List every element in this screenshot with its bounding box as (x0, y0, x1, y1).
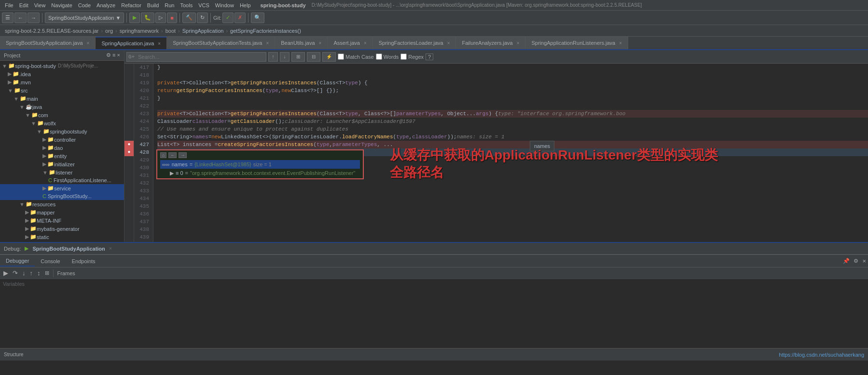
menu-window[interactable]: Window (212, 2, 237, 8)
match-case-label[interactable]: Match Case (338, 54, 374, 60)
breadcrumb-org[interactable]: org (104, 28, 114, 34)
debug-frames-btn[interactable]: Frames (56, 270, 77, 276)
search-button[interactable]: 🔍 (251, 13, 264, 23)
tree-mvn[interactable]: ▶ 📁 .mvn (0, 78, 124, 86)
tree-initializer[interactable]: ▶ 📁 initializer (0, 160, 124, 168)
tab-springbootstudyapp[interactable]: SpringBootStudyApplication.java × (0, 37, 96, 49)
debug-step-into-btn[interactable]: ↓ (21, 269, 27, 277)
var-expand-names[interactable]: ∞∞ (162, 161, 170, 168)
search-highlight-btn[interactable]: ⚡ (322, 52, 336, 62)
words-label[interactable]: Words (376, 54, 399, 60)
debug-panel-pin[interactable]: 📌 (841, 256, 852, 266)
menu-code[interactable]: Code (75, 2, 94, 8)
tree-static[interactable]: ▶ 📁 static (0, 233, 124, 241)
menu-navigate[interactable]: Navigate (48, 2, 75, 8)
tree-idea[interactable]: ▶ 📁 .idea (0, 70, 124, 78)
menu-refactor[interactable]: Refactor (118, 2, 144, 8)
menu-view[interactable]: View (31, 2, 49, 8)
menu-build[interactable]: Build (144, 2, 162, 8)
tree-dao[interactable]: ▶ 📁 dao (0, 144, 124, 152)
tab-springfactoriesloader-close[interactable]: × (447, 40, 450, 46)
git-x-btn[interactable]: ✗ (234, 13, 246, 23)
words-checkbox[interactable] (376, 54, 382, 60)
stop-button[interactable]: ■ (167, 13, 177, 23)
tree-firstapplication[interactable]: C FirstApplicationListene... (0, 176, 124, 184)
debug-button[interactable]: 🐛 (141, 13, 154, 23)
var-row-names[interactable]: ∞∞ names = {LinkedHashSet@1985} size = 1 (160, 160, 360, 169)
tab-failureanalyzers-close[interactable]: × (517, 40, 520, 46)
tree-com[interactable]: ▼ 📁 com (0, 111, 124, 119)
run-button[interactable]: ▶ (129, 13, 140, 23)
breadcrumb-class[interactable]: SpringApplication (181, 28, 225, 34)
tree-main[interactable]: ▼ 📁 main (0, 94, 124, 103)
breadcrumb-springframework[interactable]: springframework (119, 28, 160, 34)
var-row-0[interactable]: ▶ ≡ 0 = "org.springframework.boot.contex… (160, 169, 360, 177)
build-button[interactable]: 🔨 (182, 13, 196, 23)
tree-service[interactable]: ▶ 📁 service (0, 184, 124, 192)
tree-resources[interactable]: ▼ 📁 resources (0, 200, 124, 208)
tree-controller[interactable]: ▶ 📁 controller (0, 135, 124, 144)
breadcrumb-method[interactable]: getSpringFactoriesInstances() (229, 28, 302, 34)
breadcrumb-jar[interactable]: spring-boot-2.2.5.RELEASE-sources.jar (4, 28, 99, 34)
tab-springbootstudyapp-close[interactable]: × (87, 40, 90, 46)
var-expand-0[interactable]: ▶ (170, 169, 174, 177)
coverage-button[interactable]: ▷ (155, 13, 166, 23)
debug-session-close[interactable]: × (109, 246, 112, 252)
menu-vcs[interactable]: VCS (195, 2, 212, 8)
debug-var-home[interactable]: ⌂ (160, 152, 166, 158)
tree-java[interactable]: ▼ ☕ java (0, 103, 124, 111)
tab-assert[interactable]: Assert.java × (328, 37, 372, 49)
match-case-checkbox[interactable] (338, 54, 344, 60)
search-prev-btn[interactable]: ↑ (268, 52, 278, 62)
menu-tools[interactable]: Tools (177, 2, 195, 8)
tab-springapprunlisteners[interactable]: SpringApplicationRunListeners.java × (525, 37, 628, 49)
debug-panel-close[interactable]: × (860, 255, 868, 267)
tree-root[interactable]: ▼ 📁 spring-boot-study D:\MyStudyProje... (0, 62, 124, 70)
tree-metainf[interactable]: ▶ 📁 META-INF (0, 216, 124, 225)
search-funnel-btn[interactable]: ⊟ (307, 52, 320, 62)
menu-file[interactable]: File (2, 2, 16, 8)
tree-mapper[interactable]: ▶ 📁 mapper (0, 208, 124, 216)
tree-entity[interactable]: ▶ 📁 entity (0, 152, 124, 160)
toolbar-back-btn[interactable]: ← (14, 13, 27, 23)
tab-springboottest[interactable]: SpringBootStudyApplicationTests.java × (167, 37, 275, 49)
debug-resume-btn[interactable]: ▶ (2, 269, 10, 277)
debug-var-back[interactable]: ← (168, 152, 177, 158)
toolbar-forward-btn[interactable]: → (28, 13, 40, 23)
tab-springfactoriesloader[interactable]: SpringFactoriesLoader.java × (373, 37, 456, 49)
sync-button[interactable]: ↻ (197, 13, 208, 23)
tab-assert-close[interactable]: × (364, 40, 367, 46)
debug-tab-endpoints[interactable]: Endpoints (66, 256, 101, 266)
git-check-btn[interactable]: ✓ (222, 13, 234, 23)
debug-step-over-btn[interactable]: ↷ (11, 269, 19, 277)
search-input[interactable] (136, 54, 262, 60)
debug-tab-console[interactable]: Console (35, 256, 66, 266)
debug-run-cursor-btn[interactable]: ↕ (36, 269, 42, 277)
tab-springapplication-close[interactable]: × (158, 41, 161, 46)
tree-mybatis[interactable]: ▶ 📁 mybatis-generator (0, 225, 124, 233)
toolbar-menu-btn[interactable]: ☰ (2, 13, 14, 23)
tree-src[interactable]: ▼ 📁 src (0, 86, 124, 94)
tab-springapprunlisteners-close[interactable]: × (619, 40, 622, 46)
project-dropdown[interactable]: SpringBootStudyApplication ▼ (45, 13, 124, 23)
debug-step-out-btn[interactable]: ↑ (28, 269, 35, 277)
tab-beanutils[interactable]: BeanUtils.java × (275, 37, 328, 49)
tree-springbootstudymain[interactable]: C SpringBootStudy... (0, 192, 124, 200)
tree-templates[interactable]: ▶ 📁 templates (0, 241, 124, 242)
menu-edit[interactable]: Edit (16, 2, 31, 8)
debug-tab-debugger[interactable]: Debugger (0, 256, 35, 267)
tab-failureanalyzers[interactable]: FailureAnalyzers.java × (456, 37, 525, 49)
regex-label[interactable]: Regex (400, 54, 424, 60)
search-next-btn[interactable]: ↓ (280, 52, 289, 62)
menu-help[interactable]: Help (237, 2, 254, 8)
debug-panel-settings[interactable]: ⚙ (852, 256, 860, 266)
debug-eval-btn[interactable]: ⊞ (43, 270, 51, 276)
search-filter-btn[interactable]: ⊞ (291, 52, 305, 62)
regex-checkbox[interactable] (400, 54, 407, 60)
tree-wolfx[interactable]: ▼ 📁 wolfx (0, 119, 124, 127)
breadcrumb-boot[interactable]: boot (165, 28, 177, 34)
menu-run[interactable]: Run (162, 2, 177, 8)
status-link[interactable]: https://blog.csdn.net/suchahaerkang (779, 352, 864, 358)
tree-springbootstudy[interactable]: ▼ 📁 springbootstudy (0, 127, 124, 135)
search-help-btn[interactable]: ? (426, 54, 433, 60)
